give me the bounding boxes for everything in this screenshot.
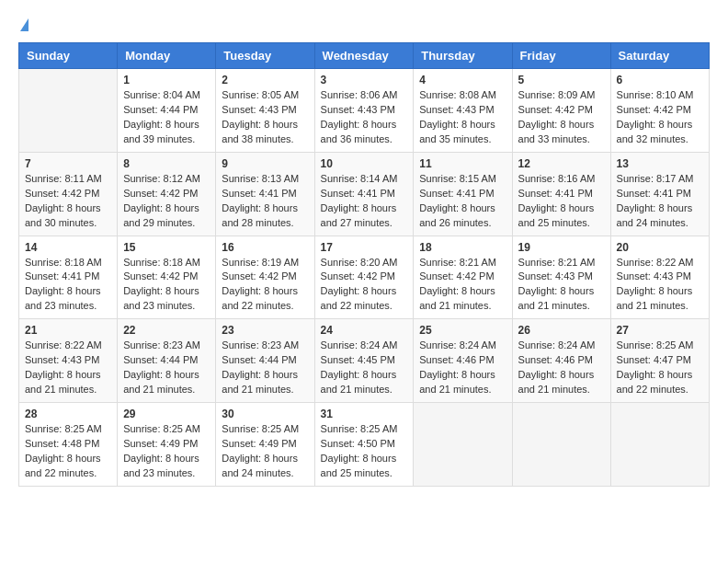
day-number: 2 [222, 74, 308, 86]
day-number: 25 [419, 324, 506, 337]
calendar-cell: 18Sunrise: 8:21 AMSunset: 4:42 PMDayligh… [414, 236, 512, 319]
day-number: 3 [321, 74, 408, 86]
day-info: Sunrise: 8:20 AMSunset: 4:42 PMDaylight:… [321, 256, 408, 315]
day-number: 15 [123, 241, 210, 254]
day-info: Sunrise: 8:16 AMSunset: 4:41 PMDaylight:… [518, 172, 605, 231]
day-info: Sunrise: 8:19 AMSunset: 4:42 PMDaylight:… [222, 256, 308, 315]
day-info: Sunrise: 8:22 AMSunset: 4:43 PMDaylight:… [25, 339, 111, 397]
calendar-cell: 29Sunrise: 8:25 AMSunset: 4:49 PMDayligh… [118, 403, 216, 487]
calendar-cell: 6Sunrise: 8:10 AMSunset: 4:42 PMDaylight… [610, 69, 709, 153]
day-header-sunday: Sunday [19, 43, 118, 69]
day-info: Sunrise: 8:08 AMSunset: 4:43 PMDaylight:… [419, 88, 506, 147]
day-header-saturday: Saturday [610, 43, 709, 69]
day-info: Sunrise: 8:04 AMSunset: 4:44 PMDaylight:… [123, 88, 210, 147]
day-info: Sunrise: 8:05 AMSunset: 4:43 PMDaylight:… [222, 88, 308, 147]
day-header-wednesday: Wednesday [314, 43, 414, 69]
day-info: Sunrise: 8:25 AMSunset: 4:49 PMDaylight:… [222, 422, 308, 481]
calendar-cell: 4Sunrise: 8:08 AMSunset: 4:43 PMDaylight… [414, 69, 512, 153]
day-info: Sunrise: 8:24 AMSunset: 4:45 PMDaylight:… [321, 339, 408, 397]
day-number: 20 [617, 241, 703, 254]
calendar-cell [19, 69, 118, 153]
day-number: 9 [222, 157, 308, 170]
calendar-cell: 16Sunrise: 8:19 AMSunset: 4:42 PMDayligh… [216, 236, 314, 319]
day-number: 1 [123, 74, 210, 86]
calendar-cell: 1Sunrise: 8:04 AMSunset: 4:44 PMDaylight… [118, 69, 216, 153]
calendar-cell: 15Sunrise: 8:18 AMSunset: 4:42 PMDayligh… [118, 236, 216, 319]
calendar-week-row: 21Sunrise: 8:22 AMSunset: 4:43 PMDayligh… [19, 319, 710, 403]
calendar-cell: 24Sunrise: 8:24 AMSunset: 4:45 PMDayligh… [314, 319, 414, 403]
calendar-cell [512, 403, 610, 487]
day-info: Sunrise: 8:14 AMSunset: 4:41 PMDaylight:… [321, 172, 408, 231]
day-number: 11 [419, 157, 506, 170]
day-number: 30 [222, 408, 308, 420]
calendar-cell [610, 403, 709, 487]
calendar-cell: 20Sunrise: 8:22 AMSunset: 4:43 PMDayligh… [610, 236, 709, 319]
day-info: Sunrise: 8:25 AMSunset: 4:48 PMDaylight:… [25, 422, 111, 481]
day-number: 6 [617, 74, 703, 86]
day-info: Sunrise: 8:10 AMSunset: 4:42 PMDaylight:… [617, 88, 703, 147]
calendar-cell: 23Sunrise: 8:23 AMSunset: 4:44 PMDayligh… [216, 319, 314, 403]
day-info: Sunrise: 8:21 AMSunset: 4:42 PMDaylight:… [419, 256, 506, 315]
day-header-monday: Monday [118, 43, 216, 69]
day-info: Sunrise: 8:23 AMSunset: 4:44 PMDaylight:… [222, 339, 308, 397]
calendar-week-row: 28Sunrise: 8:25 AMSunset: 4:48 PMDayligh… [19, 403, 710, 487]
day-header-tuesday: Tuesday [216, 43, 314, 69]
calendar-cell: 31Sunrise: 8:25 AMSunset: 4:50 PMDayligh… [314, 403, 414, 487]
calendar-week-row: 1Sunrise: 8:04 AMSunset: 4:44 PMDaylight… [19, 69, 710, 153]
day-info: Sunrise: 8:24 AMSunset: 4:46 PMDaylight:… [419, 339, 506, 397]
day-number: 24 [321, 324, 408, 337]
day-info: Sunrise: 8:12 AMSunset: 4:42 PMDaylight:… [123, 172, 210, 231]
day-info: Sunrise: 8:25 AMSunset: 4:49 PMDaylight:… [123, 422, 210, 481]
logo [18, 18, 28, 33]
day-info: Sunrise: 8:23 AMSunset: 4:44 PMDaylight:… [123, 339, 210, 397]
calendar-cell: 2Sunrise: 8:05 AMSunset: 4:43 PMDaylight… [216, 69, 314, 153]
calendar-cell: 5Sunrise: 8:09 AMSunset: 4:42 PMDaylight… [512, 69, 610, 153]
calendar-cell: 21Sunrise: 8:22 AMSunset: 4:43 PMDayligh… [19, 319, 118, 403]
day-number: 12 [518, 157, 605, 170]
calendar-cell: 28Sunrise: 8:25 AMSunset: 4:48 PMDayligh… [19, 403, 118, 487]
day-number: 14 [25, 241, 111, 254]
calendar-cell [414, 403, 512, 487]
day-number: 19 [518, 241, 605, 254]
calendar-cell: 13Sunrise: 8:17 AMSunset: 4:41 PMDayligh… [610, 152, 709, 236]
day-number: 17 [321, 241, 408, 254]
page-header [18, 18, 710, 33]
calendar-cell: 27Sunrise: 8:25 AMSunset: 4:47 PMDayligh… [610, 319, 709, 403]
day-number: 18 [419, 241, 506, 254]
day-info: Sunrise: 8:18 AMSunset: 4:41 PMDaylight:… [25, 256, 111, 315]
day-info: Sunrise: 8:11 AMSunset: 4:42 PMDaylight:… [25, 172, 111, 231]
calendar-cell: 12Sunrise: 8:16 AMSunset: 4:41 PMDayligh… [512, 152, 610, 236]
day-info: Sunrise: 8:24 AMSunset: 4:46 PMDaylight:… [518, 339, 605, 397]
day-header-thursday: Thursday [414, 43, 512, 69]
day-info: Sunrise: 8:25 AMSunset: 4:47 PMDaylight:… [617, 339, 703, 397]
calendar-cell: 19Sunrise: 8:21 AMSunset: 4:43 PMDayligh… [512, 236, 610, 319]
day-info: Sunrise: 8:18 AMSunset: 4:42 PMDaylight:… [123, 256, 210, 315]
day-number: 5 [518, 74, 605, 86]
day-number: 21 [25, 324, 111, 337]
calendar-cell: 26Sunrise: 8:24 AMSunset: 4:46 PMDayligh… [512, 319, 610, 403]
day-number: 26 [518, 324, 605, 337]
day-number: 31 [321, 408, 408, 420]
calendar-cell: 3Sunrise: 8:06 AMSunset: 4:43 PMDaylight… [314, 69, 414, 153]
calendar-cell: 9Sunrise: 8:13 AMSunset: 4:41 PMDaylight… [216, 152, 314, 236]
day-number: 10 [321, 157, 408, 170]
day-info: Sunrise: 8:22 AMSunset: 4:43 PMDaylight:… [617, 256, 703, 315]
day-info: Sunrise: 8:06 AMSunset: 4:43 PMDaylight:… [321, 88, 408, 147]
calendar-cell: 11Sunrise: 8:15 AMSunset: 4:41 PMDayligh… [414, 152, 512, 236]
day-number: 23 [222, 324, 308, 337]
calendar-table: SundayMondayTuesdayWednesdayThursdayFrid… [18, 42, 710, 487]
day-number: 28 [25, 408, 111, 420]
calendar-cell: 8Sunrise: 8:12 AMSunset: 4:42 PMDaylight… [118, 152, 216, 236]
day-number: 16 [222, 241, 308, 254]
calendar-header-row: SundayMondayTuesdayWednesdayThursdayFrid… [19, 43, 710, 69]
day-number: 7 [25, 157, 111, 170]
day-info: Sunrise: 8:15 AMSunset: 4:41 PMDaylight:… [419, 172, 506, 231]
day-info: Sunrise: 8:09 AMSunset: 4:42 PMDaylight:… [518, 88, 605, 147]
day-info: Sunrise: 8:13 AMSunset: 4:41 PMDaylight:… [222, 172, 308, 231]
calendar-cell: 25Sunrise: 8:24 AMSunset: 4:46 PMDayligh… [414, 319, 512, 403]
calendar-cell: 10Sunrise: 8:14 AMSunset: 4:41 PMDayligh… [314, 152, 414, 236]
day-info: Sunrise: 8:17 AMSunset: 4:41 PMDaylight:… [617, 172, 703, 231]
day-number: 27 [617, 324, 703, 337]
day-number: 4 [419, 74, 506, 86]
day-number: 8 [123, 157, 210, 170]
